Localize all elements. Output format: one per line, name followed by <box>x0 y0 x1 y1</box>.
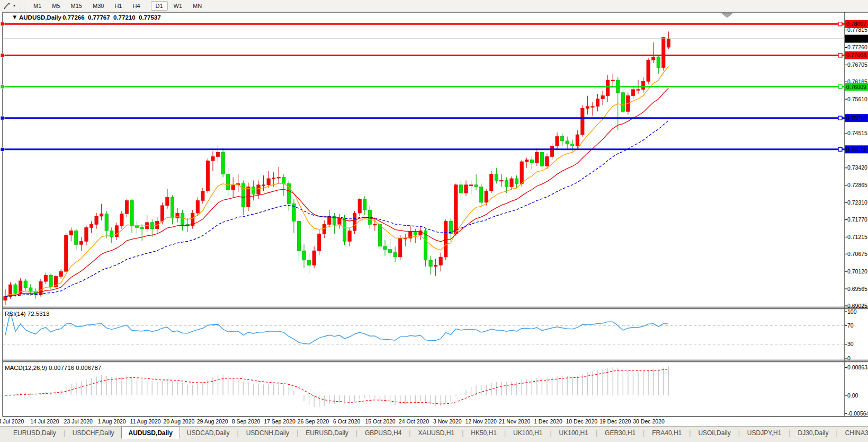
hline-left-handle[interactable] <box>1 147 4 151</box>
candle-body <box>267 179 270 185</box>
candle-body <box>363 199 366 210</box>
date-label: 1 Aug 2020 <box>98 418 126 425</box>
hline-price-label: 0.77008 <box>846 52 866 58</box>
candle-body <box>226 174 229 190</box>
candle-body <box>44 275 47 281</box>
tab-usdjpy-h1[interactable]: USDJPY,H1 <box>740 428 788 438</box>
candle-body <box>662 38 665 68</box>
hline-right-handle[interactable] <box>838 147 842 151</box>
date-label: 26 Sep 2020 <box>298 418 329 425</box>
tab-hk50-h1[interactable]: HK50,H1 <box>464 428 504 438</box>
candle-body <box>358 199 361 213</box>
price-tick-label: 0.72310 <box>847 199 867 206</box>
tab-usdcad-daily[interactable]: USDCAD,Daily <box>180 428 237 438</box>
candle-body <box>120 214 123 225</box>
candle-body <box>176 213 179 218</box>
candle-body <box>393 253 397 257</box>
date-label: 8 Sep 2020 <box>232 418 261 425</box>
candle-body <box>353 213 356 231</box>
chart-collapse-icon[interactable]: ▼ <box>12 14 17 20</box>
candle-body <box>581 108 584 135</box>
candle-body <box>49 275 52 287</box>
candle-body <box>302 251 306 260</box>
date-label: 1 Dec 2020 <box>534 418 562 425</box>
tab-fra40-h1[interactable]: FRA40,H1 <box>645 428 688 438</box>
candle-body <box>257 185 260 195</box>
date-label: 30 Dec 2020 <box>633 418 665 425</box>
hline-right-handle[interactable] <box>838 116 842 120</box>
candle-body <box>24 281 27 288</box>
macd-tick-label: 0.008633 <box>847 364 868 370</box>
candle-body <box>171 197 174 218</box>
candle-body <box>59 271 62 276</box>
candle-body <box>439 257 442 265</box>
candle-body <box>490 174 493 191</box>
hline-left-handle[interactable] <box>1 54 4 57</box>
candle-body <box>388 250 391 253</box>
hline-right-handle[interactable] <box>838 85 842 89</box>
tab-eurusd-daily[interactable]: EURUSD,Daily <box>299 428 355 438</box>
hline-right-handle[interactable] <box>838 54 842 57</box>
date-label: 14 Jul 2020 <box>30 418 59 425</box>
candle-body <box>631 90 634 96</box>
price-tick-label: 0.73420 <box>847 164 867 171</box>
candle-body <box>479 187 482 202</box>
hline-left-handle[interactable] <box>1 116 4 120</box>
tab-audusd-daily[interactable]: AUDUSD,Daily <box>121 427 180 439</box>
candle-body <box>485 191 488 202</box>
candle-body <box>657 57 660 67</box>
tab-gbpusd-h4[interactable]: GBPUSD,H4 <box>358 428 408 438</box>
price-tick-label: 0.77260 <box>847 44 867 50</box>
tab-usoil-daily[interactable]: USOil,Daily <box>691 428 737 438</box>
candle-body <box>667 39 670 47</box>
candle-body <box>591 107 594 108</box>
tab-eurusd-daily[interactable]: EURUSD,Daily <box>6 428 63 438</box>
candle-body <box>130 200 133 225</box>
tab-uk100-h1[interactable]: UK100,H1 <box>552 428 595 438</box>
ohlc-high: 0.77767 <box>88 14 110 21</box>
date-label: 29 Aug 2020 <box>197 418 228 425</box>
candle-body <box>373 224 377 225</box>
candle-body <box>505 180 508 187</box>
date-label: 24 Oct 2020 <box>399 418 429 425</box>
price-tick-label: 0.69565 <box>847 286 867 292</box>
candle-body <box>414 232 417 235</box>
date-label: 20 Aug 2020 <box>163 418 194 425</box>
candle-body <box>454 185 458 234</box>
candle-body <box>231 185 235 190</box>
chart-canvas[interactable]: 0.778150.772600.767050.761650.756100.745… <box>0 0 868 442</box>
candle-body <box>550 146 553 156</box>
tab-xauusd-h1[interactable]: XAUUSD,H1 <box>411 428 461 438</box>
tab-ger30-h1[interactable]: GER30,H1 <box>598 428 642 438</box>
candle-body <box>530 160 533 163</box>
candle-body <box>459 185 462 193</box>
candle-body <box>348 231 351 241</box>
tab-usdcnh-daily[interactable]: USDCNH,Daily <box>239 428 296 438</box>
hline-left-handle[interactable] <box>1 22 4 26</box>
tab-dj30-daily[interactable]: DJ30,Daily <box>791 428 835 438</box>
candle-body <box>464 185 468 193</box>
tab-usdchf-daily[interactable]: USDCHF,Daily <box>66 428 121 438</box>
price-tick-label: 0.70120 <box>847 268 867 275</box>
candle-body <box>140 227 144 228</box>
mt4-window: ▾ M1M5M15M30H1H4D1W1MN 0.778150.772600.7… <box>0 0 868 442</box>
candle-body <box>475 185 478 187</box>
candle-body <box>95 216 98 224</box>
candle-body <box>323 224 326 234</box>
macd-label: MACD(12,26,9) 0.007716 0.006787 <box>5 365 101 371</box>
candle-body <box>525 160 528 162</box>
candle-body <box>343 218 346 242</box>
candle-body <box>429 260 432 267</box>
candle-body <box>297 221 300 251</box>
price-tick-label: 0.70675 <box>847 251 867 257</box>
candle-body <box>576 135 579 146</box>
candle-body <box>160 206 164 222</box>
tab-china300-h1[interactable]: CHINA300,H1 <box>838 428 868 438</box>
candle-body <box>282 178 285 184</box>
date-label: 17 Sep 2020 <box>264 418 296 425</box>
tab-uk100-h1[interactable]: UK100,H1 <box>506 428 549 438</box>
hline-right-handle[interactable] <box>838 22 842 26</box>
date-label: 21 Nov 2020 <box>499 418 531 425</box>
candle-body <box>206 161 209 191</box>
hline-left-handle[interactable] <box>1 85 4 89</box>
